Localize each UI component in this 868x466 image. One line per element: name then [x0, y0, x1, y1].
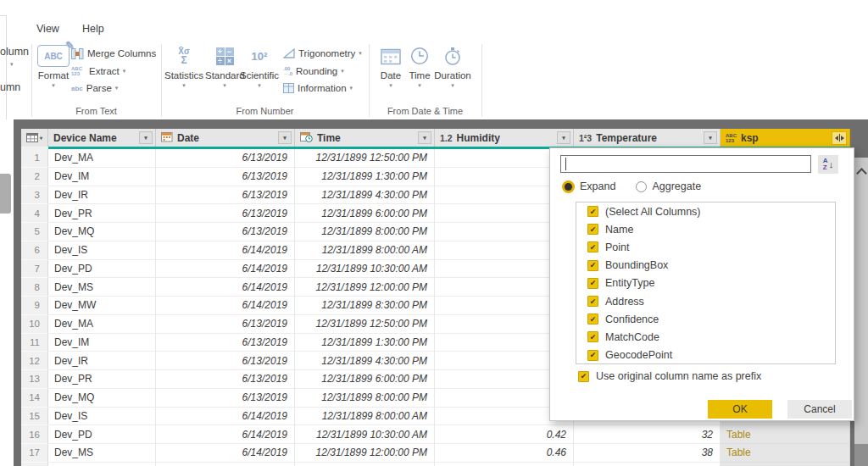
cell-date[interactable]: 6/14/2019 [156, 278, 295, 297]
row-number[interactable]: 17 [21, 444, 48, 463]
information-button[interactable]: Information ▾ [283, 80, 362, 97]
cell-time[interactable]: 12/31/1899 4:30:00 PM [295, 186, 435, 205]
cell-humidity[interactable]: 0.42 [435, 425, 574, 444]
rounding-button[interactable]: .00→.0 Rounding ▾ [283, 63, 362, 80]
cell-device-name[interactable]: Dev_MA [48, 149, 156, 168]
row-number[interactable]: 12 [21, 352, 48, 370]
cell-date[interactable] [156, 463, 295, 466]
cell-time[interactable] [295, 463, 435, 466]
cell-device-name[interactable]: Dev_MQ [48, 223, 156, 241]
row-number[interactable]: 1 [21, 149, 48, 168]
column-header-humidity[interactable]: 1.2 Humidity ▾ [435, 129, 574, 147]
search-input[interactable] [560, 155, 811, 173]
cell-time[interactable]: 12/31/1899 8:00:00 AM [295, 241, 435, 260]
row-number[interactable]: 15 [21, 408, 48, 426]
row-number[interactable]: 11 [21, 334, 48, 352]
cell-time[interactable]: 12/31/1899 12:00:00 PM [295, 278, 435, 297]
row-number[interactable]: 2 [21, 168, 48, 186]
cell-device-name[interactable]: Dev_PR [48, 370, 156, 389]
cell-date[interactable]: 6/13/2019 [156, 352, 295, 370]
cell-device-name[interactable]: Dev_PR [48, 204, 156, 223]
cell-date[interactable]: 6/13/2019 [156, 186, 295, 205]
column-header-date[interactable]: Date ▾ [156, 129, 295, 147]
cell-time[interactable]: 12/31/1899 8:00:00 PM [295, 223, 435, 241]
cell-device-name[interactable]: Dev_IM [48, 334, 156, 352]
cell-device-name[interactable]: Dev_IR [48, 352, 156, 370]
merge-columns-button[interactable]: Merge Columns [71, 45, 156, 63]
row-number[interactable]: 6 [21, 241, 48, 260]
cell-date[interactable]: 6/13/2019 [156, 168, 295, 186]
filter-button[interactable]: ▾ [557, 131, 570, 144]
cell-date[interactable]: 6/13/2019 [156, 149, 295, 168]
cell-ksp-table-link[interactable]: Table [721, 425, 850, 444]
column-header-device-name[interactable]: Device Name ▾ [48, 129, 156, 147]
aggregate-radio[interactable]: Aggregate [636, 180, 701, 192]
cell-device-name[interactable]: Dev_PD [48, 260, 156, 279]
column-option[interactable]: ✔(Select All Columns) [576, 202, 835, 220]
column-option[interactable]: ✔MatchCode [576, 328, 835, 346]
cell-date[interactable]: 6/14/2019 [156, 297, 295, 315]
cell-time[interactable]: 12/31/1899 12:00:00 PM [295, 444, 435, 463]
cell-time[interactable]: 12/31/1899 6:00:00 PM [295, 370, 435, 389]
cell-date[interactable]: 6/14/2019 [156, 425, 295, 444]
filter-button[interactable]: ▾ [418, 131, 431, 144]
cell-date[interactable]: 6/13/2019 [156, 223, 295, 241]
cell-ksp-table-link[interactable] [721, 463, 850, 466]
cell-time[interactable]: 12/31/1899 12:50:00 PM [295, 315, 435, 334]
sort-az-button[interactable]: AZ ↓ [818, 155, 838, 174]
column-option[interactable]: ✔Confidence [576, 310, 835, 328]
cell-device-name[interactable]: Dev_IS [48, 408, 156, 426]
row-number[interactable]: 13 [21, 370, 48, 389]
duration-button[interactable]: Duration ▾ [434, 44, 471, 88]
column-option[interactable]: ✔Name [576, 220, 835, 238]
row-number[interactable]: 5 [21, 223, 48, 241]
filter-button[interactable]: ▾ [704, 131, 717, 144]
cell-date[interactable]: 6/14/2019 [156, 408, 295, 426]
queries-pane-collapsed-handle[interactable] [0, 174, 11, 214]
cell-device-name[interactable]: Dev_IR [48, 186, 156, 205]
cell-time[interactable]: 12/31/1899 8:30:00 PM [295, 297, 435, 315]
column-option[interactable]: ✔EntityType [576, 275, 835, 292]
row-number[interactable]: 7 [21, 260, 48, 279]
expand-column-button[interactable] [832, 131, 847, 145]
standard-button[interactable]: +− ÷× Standard ▾ [205, 44, 244, 88]
cell-device-name[interactable]: Dev_MA [48, 315, 156, 334]
row-number[interactable]: 4 [21, 204, 48, 223]
column-header-time[interactable]: Time ▾ [295, 129, 435, 147]
cell-device-name[interactable]: Dev_MW [48, 297, 156, 315]
cell-time[interactable]: 12/31/1899 10:30:00 AM [295, 425, 435, 444]
cell-date[interactable]: 6/13/2019 [156, 389, 295, 408]
cancel-button[interactable]: Cancel [787, 400, 852, 419]
cell-date[interactable]: 6/13/2019 [156, 370, 295, 389]
expand-radio[interactable]: Expand [562, 180, 615, 193]
cell-time[interactable]: 12/31/1899 8:00:00 PM [295, 389, 435, 408]
cell-date[interactable]: 6/13/2019 [156, 334, 295, 352]
cell-device-name[interactable]: Dev_MQ [48, 389, 156, 408]
cell-time[interactable]: 12/31/1899 4:30:00 PM [295, 352, 435, 370]
row-number[interactable]: 3 [21, 186, 48, 205]
column-header-ksp[interactable]: ABC123 ksp [721, 129, 850, 147]
cell-date[interactable]: 6/14/2019 [156, 444, 295, 463]
date-button[interactable]: Date ▾ [376, 44, 405, 88]
column-option[interactable]: ✔Address [576, 292, 835, 310]
filter-button[interactable]: ▾ [139, 131, 153, 144]
cell-temperature[interactable]: 32 [574, 425, 721, 444]
tab-view[interactable]: View [36, 23, 59, 35]
cell-time[interactable]: 12/31/1899 12:50:00 PM [295, 149, 435, 168]
column-option[interactable]: ✔GeocodePoint [576, 347, 835, 364]
cell-device-name[interactable]: Dev_MS [48, 444, 156, 463]
cell-device-name[interactable]: Dev_MS [48, 278, 156, 297]
vertical-scrollbar-track[interactable] [854, 158, 868, 466]
time-button[interactable]: Time ▾ [406, 44, 433, 88]
cell-device-name[interactable] [48, 463, 156, 466]
row-number[interactable]: 16 [21, 425, 48, 444]
cell-time[interactable]: 12/31/1899 1:30:00 PM [295, 168, 435, 186]
trigonometry-button[interactable]: Trigonometry ▾ [283, 45, 362, 63]
column-option[interactable]: ✔Point [576, 238, 835, 256]
cell-date[interactable]: 6/13/2019 [156, 204, 295, 223]
cell-time[interactable]: 12/31/1899 1:30:00 PM [295, 334, 435, 352]
row-number[interactable]: 8 [21, 278, 48, 297]
row-number[interactable]: 14 [21, 389, 48, 408]
cell-humidity[interactable] [435, 463, 574, 466]
select-all-corner-button[interactable]: ▾ [21, 129, 48, 147]
